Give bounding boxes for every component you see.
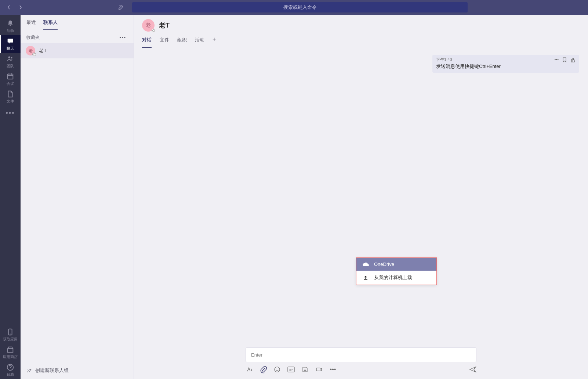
svg-rect-15 <box>316 368 320 371</box>
rail-teams-label: 团队 <box>7 64 14 69</box>
rail-activity[interactable]: 活动 <box>0 18 21 35</box>
nav-forward-button[interactable] <box>16 3 25 12</box>
rail-get-app-label: 获取应用 <box>3 337 18 342</box>
send-button[interactable] <box>469 366 476 373</box>
attach-menu: OneDrive 从我的计算机上载 <box>356 257 437 285</box>
attach-onedrive[interactable]: OneDrive <box>356 258 436 271</box>
svg-rect-3 <box>8 74 13 79</box>
rail-files-label: 文件 <box>7 99 14 104</box>
svg-point-7 <box>28 369 29 370</box>
list-tab-contacts[interactable]: 联系人 <box>43 19 58 30</box>
meet-now-button[interactable] <box>315 366 323 373</box>
sticker-icon <box>302 366 308 373</box>
chevron-left-icon <box>7 5 11 10</box>
chat-tab-org[interactable]: 组织 <box>177 37 187 48</box>
onedrive-icon <box>362 262 369 267</box>
svg-text:GIF: GIF <box>289 368 293 371</box>
emoji-icon <box>274 366 280 373</box>
composer-toolbar: GIF ••• <box>246 362 476 373</box>
attach-upload-label: 从我的计算机上载 <box>374 274 412 281</box>
rail-teams[interactable]: 团队 <box>0 53 21 71</box>
bookmark-icon[interactable] <box>562 57 567 62</box>
message-more-button[interactable]: ••• <box>554 57 559 62</box>
message-outgoing[interactable]: 下午1:40 ••• 发送消息使用快捷键Ctrl+Enter <box>432 55 579 73</box>
chat-title: 老T <box>159 21 170 30</box>
favorites-more-button[interactable]: ••• <box>118 35 128 40</box>
chevron-right-icon <box>19 5 22 10</box>
rail-get-app[interactable]: 获取应用 <box>0 326 21 344</box>
chat-tab-files[interactable]: 文件 <box>160 37 169 48</box>
send-icon <box>469 366 476 373</box>
gif-button[interactable]: GIF <box>287 366 295 373</box>
chat-icon <box>6 37 14 45</box>
chat-header: 老 老T 对话 文件 组织 活动 + <box>134 15 588 48</box>
chat-tab-conversation[interactable]: 对话 <box>142 37 152 48</box>
bell-icon <box>6 19 14 28</box>
composer-more-button[interactable]: ••• <box>329 366 337 373</box>
help-icon <box>6 363 14 371</box>
create-contact-group-button[interactable]: 创建新联系人组 <box>21 362 134 379</box>
create-contact-group-label: 创建新联系人组 <box>35 367 69 374</box>
search-input[interactable]: 搜索或键入命令 <box>132 2 468 12</box>
presence-icon <box>32 53 36 56</box>
message-input[interactable]: Enter <box>246 347 476 362</box>
teams-icon <box>6 55 14 63</box>
rail-chat[interactable]: 聊天 <box>0 35 21 53</box>
message-time: 下午1:40 <box>436 57 554 62</box>
chat-avatar-initial: 老 <box>146 22 151 29</box>
rail-more[interactable]: ••• <box>0 106 21 120</box>
phone-icon <box>6 328 14 336</box>
rail-help-label: 帮助 <box>7 372 14 377</box>
list-tab-recent[interactable]: 最近 <box>26 19 36 30</box>
format-icon <box>246 366 253 373</box>
add-group-icon <box>26 368 32 373</box>
new-chat-button[interactable] <box>116 2 126 12</box>
avatar: 老 <box>26 46 35 55</box>
emoji-button[interactable] <box>273 366 281 373</box>
chat-list-pane: 最近 联系人 收藏夹 ••• 老 老T 创建新联系人组 <box>21 15 134 379</box>
calendar-icon <box>6 72 14 80</box>
presence-icon <box>152 29 155 32</box>
message-input-placeholder: Enter <box>251 352 476 358</box>
more-icon: ••• <box>6 109 15 117</box>
message-text: 发送消息使用快捷键Ctrl+Enter <box>436 63 576 70</box>
chat-tab-activity[interactable]: 活动 <box>195 37 204 48</box>
svg-rect-0 <box>8 39 13 43</box>
file-icon <box>6 90 14 98</box>
search-placeholder: 搜索或键入命令 <box>283 4 317 11</box>
svg-point-13 <box>304 369 305 369</box>
svg-point-14 <box>305 369 306 369</box>
contact-item[interactable]: 老 老T <box>21 43 134 58</box>
svg-point-10 <box>278 369 279 369</box>
svg-point-9 <box>276 369 277 369</box>
format-button[interactable] <box>246 366 253 373</box>
message-list: 下午1:40 ••• 发送消息使用快捷键Ctrl+Enter <box>134 48 588 347</box>
rail-help[interactable]: 帮助 <box>0 361 21 379</box>
contact-name: 老T <box>39 47 47 54</box>
favorites-section-label: 收藏夹 <box>26 35 40 41</box>
rail-meetings[interactable]: 会议 <box>0 71 21 88</box>
svg-point-1 <box>8 57 11 59</box>
attach-onedrive-label: OneDrive <box>374 261 394 267</box>
svg-point-2 <box>11 57 12 58</box>
title-bar: 搜索或键入命令 <box>0 0 588 15</box>
like-icon[interactable] <box>570 57 576 62</box>
sticker-button[interactable] <box>301 366 309 373</box>
store-icon <box>6 346 14 354</box>
nav-back-button[interactable] <box>4 3 13 12</box>
svg-point-8 <box>275 367 280 372</box>
rail-meetings-label: 会议 <box>7 81 14 86</box>
attach-upload[interactable]: 从我的计算机上载 <box>356 271 436 285</box>
rail-app-store-label: 应用商店 <box>3 354 18 360</box>
chat-tab-add[interactable]: + <box>213 37 216 48</box>
rail-chat-label: 聊天 <box>7 46 14 51</box>
compose-icon <box>118 4 124 10</box>
app-rail: 活动 聊天 团队 会议 文件 ••• 获取应用 应用商店 <box>0 15 21 379</box>
rail-app-store[interactable]: 应用商店 <box>0 344 21 361</box>
video-icon <box>316 366 322 373</box>
rail-activity-label: 活动 <box>7 28 14 33</box>
chat-avatar: 老 <box>142 19 155 32</box>
rail-files[interactable]: 文件 <box>0 88 21 106</box>
attach-button[interactable] <box>259 365 268 374</box>
chat-main: 老 老T 对话 文件 组织 活动 + 下午1:40 ••• <box>134 15 588 379</box>
